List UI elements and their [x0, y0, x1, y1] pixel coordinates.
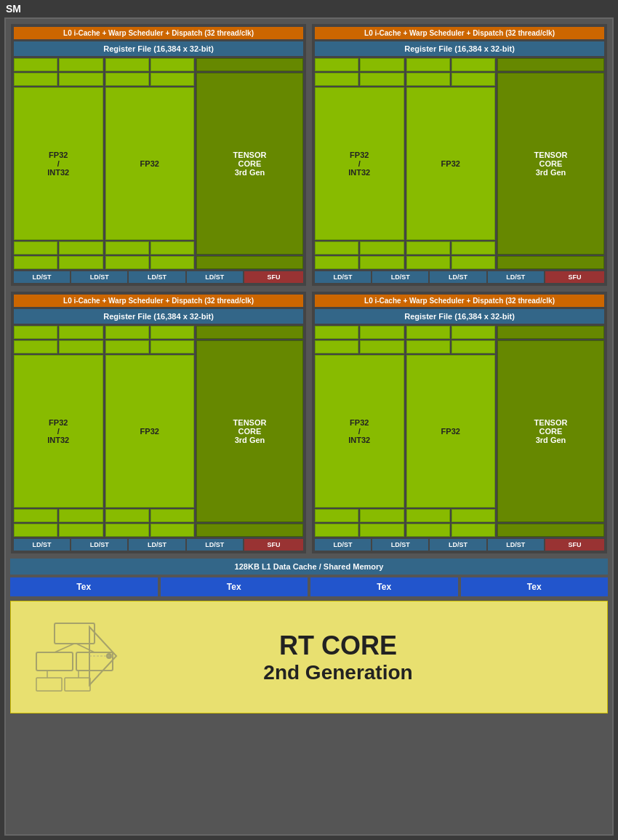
- rt-core-section: RT CORE 2nd Generation: [10, 601, 608, 713]
- core-cell: [59, 524, 103, 537]
- core-cell: [406, 524, 450, 537]
- core-cell: [105, 509, 149, 522]
- core-cell: [14, 340, 57, 353]
- core-cell: [14, 241, 57, 255]
- core-cell: [406, 58, 450, 71]
- ldst-btn-3-0: LD/ST: [315, 539, 371, 551]
- ldst-btn-2-2: LD/ST: [129, 539, 185, 551]
- core-cell: [452, 340, 495, 353]
- core-cell: [59, 58, 103, 71]
- core-cell: [59, 340, 103, 353]
- svg-rect-6: [65, 678, 90, 691]
- core-cell: [406, 326, 450, 339]
- core-cell: [452, 241, 495, 255]
- core-cell: [151, 326, 194, 339]
- tex-btn-0[interactable]: Tex: [10, 577, 158, 596]
- core-cell: [105, 256, 149, 269]
- svg-rect-5: [36, 678, 62, 691]
- core-cell: [360, 58, 404, 71]
- sfu-btn-0: SFU: [244, 271, 303, 283]
- fp32-col-0: FP32: [105, 58, 195, 269]
- ldst-btn-1-3: LD/ST: [488, 271, 544, 283]
- tensor-box-0: TENSORCORE3rd Gen: [196, 73, 303, 255]
- fp32-label-3: FP32: [406, 355, 496, 508]
- core-cell: [105, 73, 149, 86]
- fp32-int32-col-1: FP32/INT32: [315, 58, 404, 269]
- core-cell: [151, 73, 194, 86]
- ldst-btn-0-2: LD/ST: [129, 271, 185, 283]
- core-cell: [59, 326, 103, 339]
- fp32-int32-col-0: FP32/INT32: [14, 58, 103, 269]
- core-cell: [14, 326, 57, 339]
- core-cell: [406, 73, 450, 86]
- tensor-box-3: TENSORCORE3rd Gen: [497, 340, 604, 522]
- ldst-btn-1-0: LD/ST: [315, 271, 371, 283]
- sm-label: SM: [0, 0, 618, 17]
- fp32-int32-label-0: FP32/INT32: [14, 87, 103, 240]
- core-cell: [105, 340, 149, 353]
- core-cell: [360, 326, 404, 339]
- core-cell: [59, 256, 103, 269]
- ldst-btn-2-0: LD/ST: [14, 539, 70, 551]
- core-cell: [315, 524, 358, 537]
- core-cell: [315, 73, 358, 86]
- core-cell: [452, 524, 495, 537]
- core-cell: [360, 524, 404, 537]
- fp32-int32-label-2: FP32/INT32: [14, 355, 103, 508]
- tensor-col-2: TENSORCORE3rd Gen: [196, 326, 303, 537]
- sfu-btn-3: SFU: [545, 539, 604, 551]
- fp32-col-3: FP32: [406, 326, 496, 537]
- sfu-btn-1: SFU: [545, 271, 604, 283]
- l0-header-3: L0 i-Cache + Warp Scheduler + Dispatch (…: [315, 295, 604, 307]
- core-cell: [360, 73, 404, 86]
- tensor-top-cell: [497, 326, 604, 339]
- ldst-btn-1-2: LD/ST: [430, 271, 486, 283]
- ldst-btn-1-1: LD/ST: [372, 271, 428, 283]
- sm-unit-2: L0 i-Cache + Warp Scheduler + Dispatch (…: [10, 291, 307, 554]
- core-cell: [59, 509, 103, 522]
- tensor-top-cell: [196, 326, 303, 339]
- svg-line-4: [76, 644, 95, 652]
- ldst-btn-0-0: LD/ST: [14, 271, 70, 283]
- tensor-box-1: TENSORCORE3rd Gen: [497, 73, 604, 255]
- core-cell: [315, 326, 358, 339]
- rt-core-icon: [33, 620, 120, 695]
- core-cell: [151, 241, 194, 255]
- outer-container: L0 i-Cache + Warp Scheduler + Dispatch (…: [4, 17, 614, 836]
- fp32-int32-label-1: FP32/INT32: [315, 87, 404, 240]
- core-cell: [151, 509, 194, 522]
- core-cell: [151, 524, 194, 537]
- core-cell: [105, 58, 149, 71]
- tex-btn-3[interactable]: Tex: [461, 577, 609, 596]
- bottom-row-3: LD/STLD/STLD/STLD/STSFU: [315, 539, 604, 551]
- core-cell: [452, 509, 495, 522]
- ldst-btn-3-2: LD/ST: [430, 539, 486, 551]
- ldst-btn-2-1: LD/ST: [71, 539, 127, 551]
- tensor-col-1: TENSORCORE3rd Gen: [497, 58, 604, 269]
- core-cell: [151, 256, 194, 269]
- fp32-label-1: FP32: [406, 87, 496, 240]
- reg-file-1: Register File (16,384 x 32-bit): [315, 41, 604, 56]
- ldst-btn-3-3: LD/ST: [488, 539, 544, 551]
- core-cell: [406, 340, 450, 353]
- ldst-btn-3-1: LD/ST: [372, 539, 428, 551]
- fp32-label-0: FP32: [105, 87, 195, 240]
- core-cell: [452, 326, 495, 339]
- cores-area-3: FP32/INT32FP32TENSORCORE3rd Gen: [315, 326, 604, 537]
- tensor-top-cell: [196, 58, 303, 71]
- core-cell: [14, 73, 57, 86]
- core-cell: [315, 241, 358, 255]
- ldst-btn-0-3: LD/ST: [187, 271, 243, 283]
- tex-btn-2[interactable]: Tex: [310, 577, 458, 596]
- core-cell: [360, 256, 404, 269]
- tensor-bottom-cell: [196, 524, 303, 537]
- sm-unit-1: L0 i-Cache + Warp Scheduler + Dispatch (…: [311, 23, 608, 287]
- svg-rect-1: [36, 652, 73, 671]
- tex-btn-1[interactable]: Tex: [161, 577, 308, 596]
- reg-file-3: Register File (16,384 x 32-bit): [315, 309, 604, 324]
- l0-header-0: L0 i-Cache + Warp Scheduler + Dispatch (…: [14, 27, 303, 39]
- core-cell: [406, 256, 450, 269]
- core-cell: [315, 58, 358, 71]
- core-cell: [360, 509, 404, 522]
- ldst-btn-2-3: LD/ST: [187, 539, 243, 551]
